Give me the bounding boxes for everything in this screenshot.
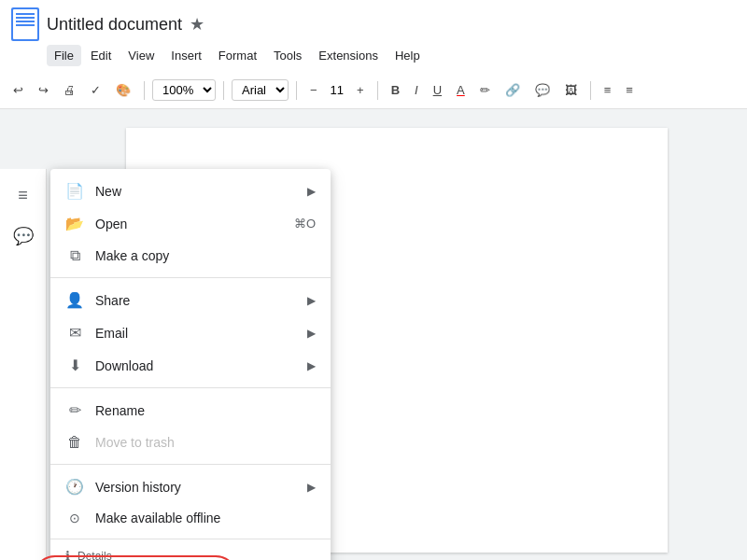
divider-5 (590, 81, 591, 100)
file-dropdown-menu: 📄 New ▶ 📂 Open ⌘O ⧉ Make a copy 👤 Share … (50, 169, 331, 560)
sidebar-icon-2[interactable]: 💬 (7, 219, 40, 253)
image-button[interactable]: 🖼 (559, 79, 583, 101)
main-area: ≡ 💬 Type @ to insert 📄 New ▶ 📂 Open ⌘O ⧉… (0, 109, 747, 560)
details-label: Details (78, 550, 112, 561)
download-icon: ⬇ (65, 357, 84, 374)
make-offline-icon: ⊙ (65, 511, 84, 525)
menu-view[interactable]: View (120, 45, 162, 66)
trash-icon: 🗑 (65, 434, 84, 451)
link-button[interactable]: 🔗 (500, 79, 526, 101)
version-history-icon: 🕐 (65, 478, 84, 496)
divider-3 (296, 81, 297, 100)
star-icon[interactable]: ★ (190, 14, 204, 35)
make-copy-label: Make a copy (95, 248, 316, 263)
open-label: Open (95, 217, 283, 231)
italic-button[interactable]: I (409, 79, 424, 101)
redo-button[interactable]: ↪ (33, 79, 54, 101)
menu-format[interactable]: Format (211, 45, 264, 66)
menu-tools[interactable]: Tools (266, 45, 309, 66)
menu-file[interactable]: File (47, 45, 81, 66)
share-arrow: ▶ (307, 294, 316, 307)
new-arrow: ▶ (307, 185, 316, 198)
sidebar-icon-1[interactable]: ≡ (7, 178, 40, 212)
align-left-button[interactable]: ≡ (599, 79, 617, 101)
separator-2 (50, 387, 331, 388)
sidebar: ≡ 💬 (0, 169, 47, 560)
toolbar: ↩ ↪ 🖨 ✓ 🎨 100% Arial − 11 + B I U A ✏ 🔗 … (0, 72, 747, 109)
new-icon: 📄 (65, 182, 84, 200)
increase-font-button[interactable]: + (351, 79, 370, 101)
undo-button[interactable]: ↩ (7, 79, 29, 101)
separator-4 (50, 539, 331, 539)
menu-option-new[interactable]: 📄 New ▶ (50, 175, 331, 207)
open-icon: 📂 (65, 215, 84, 232)
divider-4 (377, 81, 378, 100)
make-copy-icon: ⧉ (65, 247, 84, 264)
move-trash-label: Move to trash (95, 435, 316, 450)
menu-insert[interactable]: Insert (163, 45, 209, 66)
open-shortcut: ⌘O (294, 217, 316, 231)
email-icon: ✉ (65, 324, 84, 342)
comment-button[interactable]: 💬 (529, 79, 556, 101)
separator-1 (50, 277, 331, 278)
share-icon: 👤 (65, 291, 84, 309)
menu-option-share[interactable]: 👤 Share ▶ (50, 284, 331, 316)
email-arrow: ▶ (307, 327, 316, 340)
version-history-label: Version history (95, 480, 296, 495)
menu-option-download[interactable]: ⬇ Download ▶ (50, 349, 331, 382)
rename-label: Rename (95, 403, 316, 418)
print-button[interactable]: 🖨 (58, 79, 81, 101)
document-title[interactable]: Untitled document (47, 15, 182, 35)
highlight-button[interactable]: ✏ (474, 79, 496, 101)
download-label: Download (95, 358, 296, 373)
menu-option-open[interactable]: 📂 Open ⌘O (50, 207, 331, 240)
spellcheck-button[interactable]: ✓ (85, 79, 106, 101)
rename-icon: ✏ (65, 401, 84, 419)
bold-button[interactable]: B (386, 79, 405, 101)
menu-option-move-trash: 🗑 Move to trash (50, 427, 331, 458)
version-history-arrow: ▶ (307, 481, 316, 494)
underline-button[interactable]: U (428, 79, 447, 101)
new-label: New (95, 184, 296, 199)
download-arrow: ▶ (307, 359, 316, 372)
font-selector[interactable]: Arial (232, 79, 289, 101)
paint-button[interactable]: 🎨 (110, 79, 136, 101)
menu-option-make-copy[interactable]: ⧉ Make a copy (50, 240, 331, 272)
separator-3 (50, 464, 331, 465)
menu-option-make-offline[interactable]: ⊙ Make available offline (50, 503, 331, 533)
menu-option-email[interactable]: ✉ Email ▶ (50, 316, 331, 349)
line-spacing-button[interactable]: ≡ (620, 79, 639, 101)
title-bar: Untitled document ★ (0, 0, 747, 41)
divider-1 (144, 81, 145, 100)
menu-help[interactable]: Help (388, 45, 428, 66)
menu-option-version-history[interactable]: 🕐 Version history ▶ (50, 470, 331, 503)
doc-icon (11, 7, 39, 41)
details-section: ℹ Details (50, 545, 331, 560)
make-offline-label: Make available offline (95, 511, 316, 525)
zoom-selector[interactable]: 100% (152, 79, 216, 101)
menu-option-rename[interactable]: ✏ Rename (50, 394, 331, 427)
decrease-font-button[interactable]: − (304, 79, 323, 101)
email-label: Email (95, 326, 296, 341)
menu-bar: File Edit View Insert Format Tools Exten… (0, 41, 747, 72)
divider-2 (223, 81, 224, 100)
menu-extensions[interactable]: Extensions (311, 45, 386, 66)
details-icon: ℹ (65, 549, 70, 560)
font-size-display: 11 (327, 83, 347, 97)
font-color-button[interactable]: A (451, 79, 471, 101)
share-label: Share (95, 293, 296, 308)
menu-edit[interactable]: Edit (83, 45, 119, 66)
